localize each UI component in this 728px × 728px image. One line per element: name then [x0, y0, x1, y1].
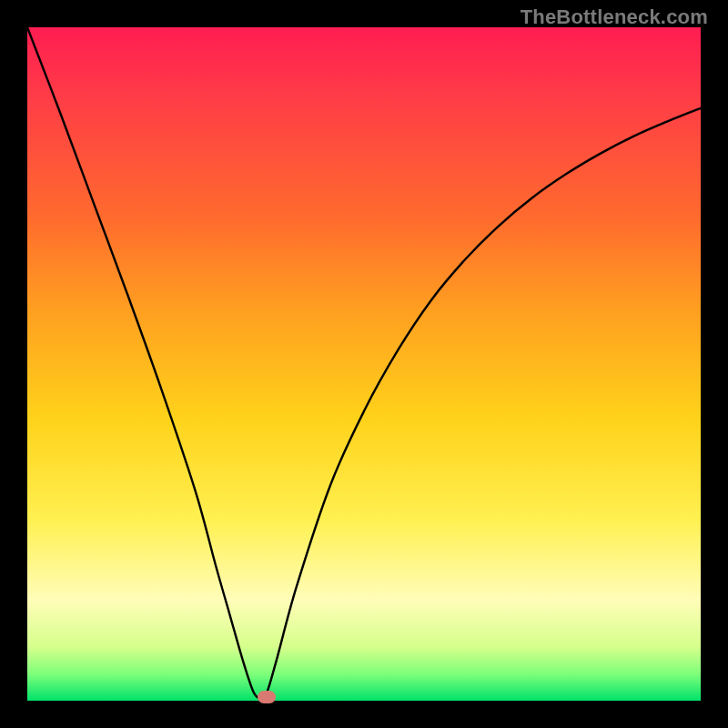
chart-frame: TheBottleneck.com	[0, 0, 728, 728]
watermark-text: TheBottleneck.com	[521, 5, 708, 29]
bottleneck-curve	[27, 27, 701, 699]
plot-area	[27, 27, 701, 701]
curve-svg	[27, 27, 701, 701]
minimum-marker	[258, 691, 276, 703]
